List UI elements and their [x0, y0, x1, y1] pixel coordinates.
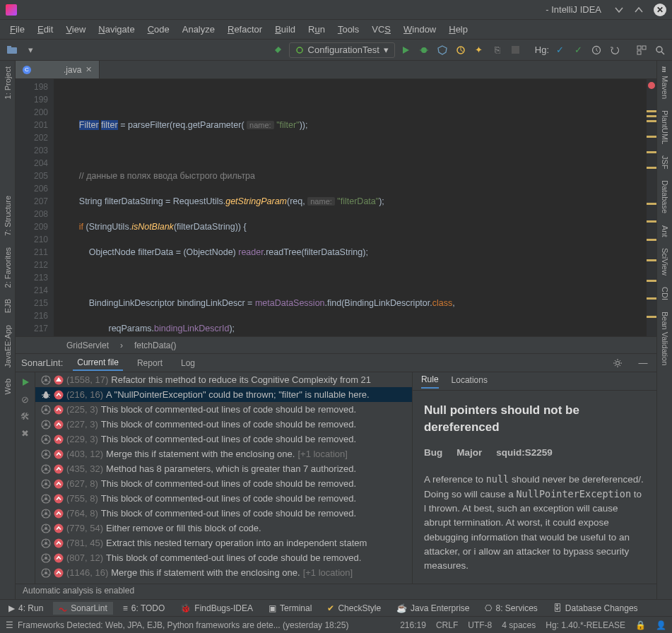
revert-icon[interactable]	[607, 42, 623, 58]
tool-sciview-tab[interactable]: SciView	[659, 242, 671, 281]
tw-terminal[interactable]: ▣ Terminal	[263, 602, 317, 615]
tool-structure-tab[interactable]: 7: Structure	[2, 190, 13, 242]
tool-jeeapp-tab[interactable]: JavaEE:App	[2, 319, 13, 374]
update-icon[interactable]: ✓	[552, 42, 567, 58]
issue-row[interactable]: (435, 32) Method has 8 parameters, which…	[35, 461, 412, 476]
tool-ant-tab[interactable]: Ant	[659, 220, 671, 243]
issue-row[interactable]: (225, 3) This block of commented-out lin…	[35, 402, 412, 417]
menu-file[interactable]: File	[4, 22, 30, 37]
tw-dbchanges[interactable]: 🗄 Database Changes	[548, 602, 644, 615]
tw-todo[interactable]: ≡ 6: TODO	[117, 602, 171, 615]
run-configuration-dropdown[interactable]: ConfigurationTest ▾	[289, 42, 395, 58]
menu-view[interactable]: View	[60, 22, 91, 37]
coverage-icon[interactable]	[435, 42, 450, 58]
issue-row[interactable]: (807, 12) This block of commented-out li…	[35, 550, 412, 565]
tw-run[interactable]: ▶ 4: Run	[3, 602, 49, 615]
structure-icon[interactable]	[634, 42, 649, 58]
issue-row[interactable]: (779, 54) Either remove or fill this blo…	[35, 521, 412, 536]
issue-row[interactable]: (403, 12) Merge this if statement with t…	[35, 446, 412, 461]
issue-row[interactable]: (227, 3) This block of commented-out lin…	[35, 417, 412, 432]
caret-position[interactable]: 216:19	[400, 620, 426, 630]
menu-window[interactable]: Window	[398, 22, 442, 37]
tw-javaee[interactable]: ☕ Java Enterprise	[391, 602, 475, 615]
menu-refactor[interactable]: Refactor	[222, 22, 268, 37]
stop-icon[interactable]	[508, 42, 524, 58]
tw-checkstyle[interactable]: ✔ CheckStyle	[322, 602, 387, 615]
tab-close-icon[interactable]: ✕	[86, 65, 92, 74]
close-window-icon[interactable]: ✕	[654, 4, 666, 16]
profile-icon[interactable]	[453, 42, 468, 58]
gear-icon[interactable]	[610, 355, 625, 371]
attach-icon[interactable]: ⎘	[490, 42, 505, 58]
star-icon[interactable]: ✦	[471, 42, 487, 58]
menu-analyze[interactable]: Analyze	[177, 22, 220, 37]
code-area[interactable]: Filter filter = parseFilter(req.getParam…	[54, 79, 647, 336]
tw-services[interactable]: ⎔ 8: Services	[479, 602, 543, 615]
issue-row[interactable]: (764, 8) This block of commented-out lin…	[35, 506, 412, 521]
menu-help[interactable]: Help	[443, 22, 473, 37]
error-stripe[interactable]	[647, 79, 656, 336]
rerun-icon[interactable]	[18, 375, 33, 389]
tool-maven-tab[interactable]: m Maven	[659, 61, 671, 105]
cancel-icon[interactable]: ⊘	[18, 392, 33, 406]
menu-edit[interactable]: Edit	[32, 22, 59, 37]
issue-row[interactable]: (755, 8) This block of commented-out lin…	[35, 491, 412, 506]
tools-icon[interactable]: 🛠	[18, 409, 33, 423]
tool-favorites-tab[interactable]: 2: Favorites	[2, 242, 13, 293]
tool-project-tab[interactable]: 1: Project	[2, 61, 13, 105]
editor-tab[interactable]: C .java ✕	[16, 61, 100, 78]
sonar-issue-list[interactable]: (1558, 17) Refactor this method to reduc…	[35, 372, 412, 584]
tw-sonarlint[interactable]: SonarLint	[53, 602, 112, 615]
tool-cdi-tab[interactable]: CDI	[659, 281, 671, 306]
line-separator[interactable]: CRLF	[436, 620, 458, 630]
sonar-tab-current[interactable]: Current file	[73, 355, 123, 371]
breadcrumb-class[interactable]: GridServlet	[61, 339, 114, 352]
breadcrumb-method[interactable]: fetchData()	[129, 339, 182, 352]
menu-navigate[interactable]: Navigate	[93, 22, 140, 37]
lock-icon[interactable]: 🔒	[635, 620, 646, 630]
vcs-branch[interactable]: Hg: 1.40.*-RELEASE	[546, 620, 625, 630]
indent-setting[interactable]: 4 spaces	[502, 620, 536, 630]
tool-jsf-tab[interactable]: JSF	[659, 150, 671, 175]
chevron-up-icon[interactable]	[634, 5, 644, 15]
tw-findbugs[interactable]: 🐞 FindBugs-IDEA	[175, 602, 259, 615]
sonar-tab-log[interactable]: Log	[177, 356, 199, 370]
tool-web-tab[interactable]: Web	[2, 373, 13, 400]
menu-tools[interactable]: Tools	[332, 22, 365, 37]
sonar-tab-report[interactable]: Report	[133, 356, 167, 370]
menu-run[interactable]: Run	[302, 22, 331, 37]
tool-database-tab[interactable]: Database	[659, 174, 671, 219]
file-encoding[interactable]: UTF-8	[468, 620, 492, 630]
statusbar-menu-icon[interactable]: ☰	[6, 620, 13, 630]
run-icon[interactable]	[398, 42, 413, 58]
menu-vcs[interactable]: VCS	[366, 22, 396, 37]
hide-icon[interactable]: —	[635, 355, 651, 371]
issue-row[interactable]: (627, 8) This block of commented-out lin…	[35, 476, 412, 491]
issue-row[interactable]: (1146, 16) Merge this if statement with …	[35, 565, 412, 580]
debug-icon[interactable]	[416, 42, 432, 58]
svg-point-99	[54, 568, 64, 577]
clear-icon[interactable]: ✖	[18, 426, 33, 440]
issue-row[interactable]: (216, 16) A "NullPointerException" could…	[35, 387, 412, 402]
rule-tab-locations[interactable]: Locations	[452, 375, 488, 388]
commit-icon[interactable]: ✓	[570, 42, 586, 58]
svg-point-75	[54, 509, 64, 518]
tool-plantuml-tab[interactable]: PlantUML	[659, 105, 671, 150]
dropdown-arrow-icon[interactable]: ▾	[23, 42, 38, 58]
search-icon[interactable]	[652, 42, 668, 58]
open-icon[interactable]	[4, 42, 20, 58]
tool-beanvalidation-tab[interactable]: Bean Validation	[659, 306, 671, 371]
editor[interactable]: 1981992002012022032042052062072082092102…	[16, 79, 656, 336]
issue-row[interactable]: (781, 45) Extract this nested ternary op…	[35, 536, 412, 550]
history-icon[interactable]	[589, 42, 604, 58]
issue-row[interactable]: (229, 3) This block of commented-out lin…	[35, 432, 412, 446]
menu-build[interactable]: Build	[269, 22, 301, 37]
issue-row[interactable]: (1558, 17) Refactor this method to reduc…	[35, 372, 412, 387]
rule-tab-rule[interactable]: Rule	[421, 374, 439, 389]
chevron-down-icon[interactable]	[614, 5, 624, 15]
hammer-build-icon[interactable]	[271, 42, 286, 58]
svg-point-53	[45, 468, 47, 471]
tool-ejb-tab[interactable]: EJB	[2, 293, 13, 319]
notification-icon[interactable]: 👤	[656, 620, 666, 630]
menu-code[interactable]: Code	[142, 22, 175, 37]
